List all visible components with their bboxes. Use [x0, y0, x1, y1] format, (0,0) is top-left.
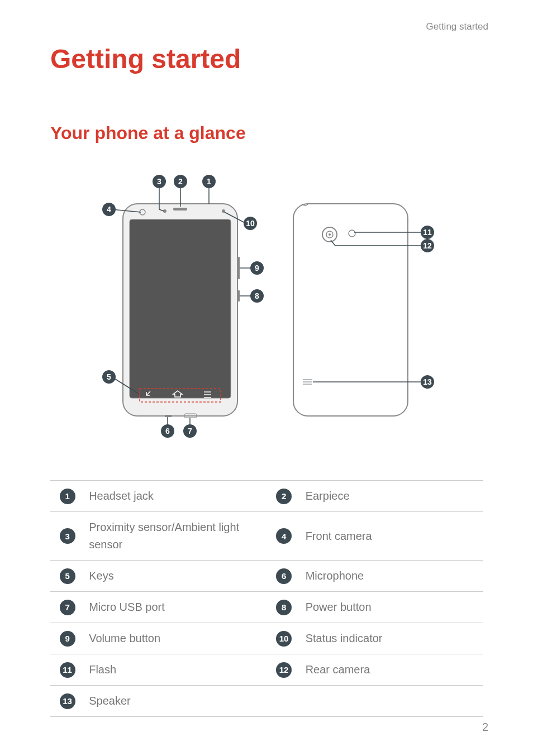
part-badge: 10: [276, 631, 292, 647]
svg-text:6: 6: [165, 427, 170, 436]
callout-badge-8: 8: [250, 289, 264, 303]
part-badge: 9: [60, 631, 75, 647]
part-label: Micro USB port: [84, 592, 266, 623]
part-label: Flash: [84, 654, 266, 686]
part-label: Earpiece: [301, 481, 483, 512]
page-number: 2: [482, 721, 488, 734]
parts-table: 1 Headset jack 2 Earpiece 3 Proximity se…: [50, 480, 483, 717]
part-label: Proximity sensor/Ambient light sensor: [84, 512, 266, 561]
svg-text:3: 3: [157, 177, 161, 186]
table-row: 7 Micro USB port 8 Power button: [50, 592, 483, 623]
callout-badge-4: 4: [102, 203, 116, 216]
part-badge: 4: [276, 528, 292, 544]
callout-badge-1: 1: [202, 175, 216, 188]
header-section-label: Getting started: [426, 21, 488, 32]
callout-badge-12: 12: [421, 239, 434, 252]
part-badge: 3: [60, 528, 75, 544]
svg-rect-12: [165, 415, 172, 417]
page-title: Getting started: [50, 44, 241, 74]
callout-badge-5: 5: [102, 370, 116, 384]
svg-rect-1: [130, 219, 231, 398]
part-badge: 2: [276, 489, 292, 504]
part-label: Keys: [84, 561, 266, 592]
callout-badge-7: 7: [183, 424, 197, 438]
part-label: Headset jack: [84, 481, 266, 512]
part-badge: 5: [60, 568, 75, 584]
table-row: 13 Speaker: [50, 686, 483, 717]
part-label: Front camera: [301, 512, 483, 561]
svg-rect-10: [237, 257, 240, 279]
part-badge: 12: [276, 662, 292, 678]
part-badge: 1: [60, 489, 75, 504]
part-badge: 6: [276, 568, 292, 584]
phone-diagram: 1 2 3 4 5 6 7 8: [78, 173, 458, 441]
part-label: Microphone: [301, 561, 483, 592]
svg-text:7: 7: [188, 427, 192, 436]
part-badge: 8: [276, 600, 292, 615]
callout-badge-11: 11: [421, 226, 434, 239]
part-label: Speaker: [84, 686, 266, 717]
part-label: Volume button: [84, 623, 266, 654]
svg-rect-2: [173, 208, 187, 210]
callout-badge-2: 2: [174, 175, 187, 188]
part-label: Power button: [301, 592, 483, 623]
callout-badge-13: 13: [421, 375, 434, 389]
svg-text:1: 1: [207, 177, 211, 186]
svg-point-49: [349, 230, 355, 237]
svg-text:9: 9: [255, 264, 259, 272]
callout-badge-3: 3: [153, 175, 166, 188]
callout-badge-6: 6: [161, 424, 174, 438]
table-row: 1 Headset jack 2 Earpiece: [50, 481, 483, 512]
callout-badge-10: 10: [244, 217, 257, 230]
svg-text:11: 11: [423, 228, 432, 237]
table-row: 5 Keys 6 Microphone: [50, 561, 483, 592]
part-badge: 7: [60, 600, 75, 615]
svg-text:12: 12: [423, 241, 432, 250]
part-badge: 11: [60, 662, 75, 678]
part-label: Status indicator: [301, 623, 483, 654]
svg-point-48: [329, 233, 331, 236]
section-subtitle: Your phone at a glance: [50, 123, 246, 143]
svg-text:5: 5: [107, 372, 111, 381]
svg-text:10: 10: [246, 219, 255, 228]
table-row: 9 Volume button 10 Status indicator: [50, 623, 483, 654]
part-label: Rear camera: [301, 654, 483, 686]
svg-text:13: 13: [423, 377, 432, 386]
svg-rect-11: [237, 290, 240, 302]
callout-badge-9: 9: [250, 261, 264, 275]
part-badge: 13: [60, 693, 75, 709]
svg-text:8: 8: [255, 291, 259, 300]
table-row: 3 Proximity sensor/Ambient light sensor …: [50, 512, 483, 561]
svg-text:4: 4: [107, 205, 111, 214]
table-row: 11 Flash 12 Rear camera: [50, 654, 483, 686]
svg-text:2: 2: [178, 177, 183, 186]
